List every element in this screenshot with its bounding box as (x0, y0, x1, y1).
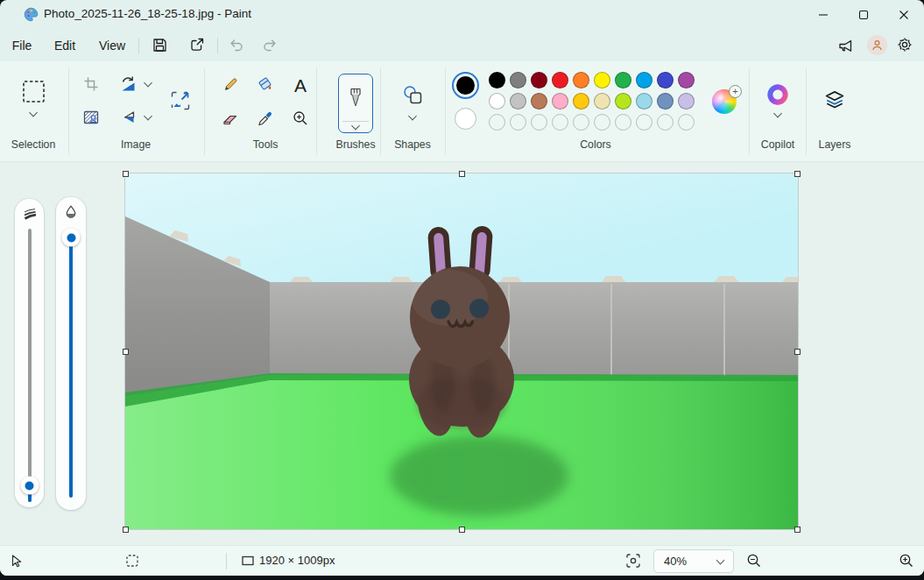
separator (217, 38, 218, 53)
color-swatch[interactable] (615, 72, 631, 88)
empty-color-slot[interactable] (615, 114, 631, 131)
save-button[interactable] (145, 32, 174, 58)
empty-color-slot[interactable] (678, 114, 695, 131)
empty-color-slot[interactable] (657, 114, 674, 131)
zoom-in-button[interactable] (899, 553, 915, 569)
close-icon (899, 10, 909, 20)
shapes-dropdown[interactable] (410, 116, 416, 119)
empty-color-slot[interactable] (489, 114, 505, 131)
selection-dropdown[interactable] (31, 112, 37, 116)
zoom-level-dropdown[interactable]: 40% (653, 549, 734, 573)
text-tool-button[interactable]: A (294, 76, 307, 95)
section-label-shapes: Shapes (394, 138, 431, 151)
rotate-button[interactable] (119, 75, 138, 94)
color-swatch[interactable] (510, 93, 526, 110)
selection-handle[interactable] (794, 171, 801, 177)
selection-handle[interactable] (123, 349, 129, 355)
copilot-dropdown[interactable] (775, 113, 781, 117)
shapes-button[interactable] (395, 77, 430, 112)
color-swatch[interactable] (510, 72, 526, 88)
maximize-button[interactable] (843, 0, 884, 29)
cursor-icon (9, 554, 24, 569)
chevron-down-icon (716, 555, 725, 564)
color-swatch[interactable] (594, 72, 610, 88)
selection-handle[interactable] (123, 171, 129, 177)
palette-row-3 (489, 114, 695, 131)
section-label-copilot: Copilot (761, 138, 794, 151)
empty-color-slot[interactable] (510, 114, 526, 131)
eraser-tool-button[interactable] (221, 109, 240, 128)
color-swatch[interactable] (657, 93, 674, 110)
selection-tool-button[interactable] (16, 74, 51, 109)
fill-tool-button[interactable] (256, 75, 276, 95)
color-swatch[interactable] (636, 93, 652, 110)
selection-handle[interactable] (459, 171, 465, 177)
resize-image-button[interactable] (170, 90, 192, 112)
drawing-canvas[interactable] (125, 173, 798, 529)
empty-color-slot[interactable] (636, 114, 652, 131)
close-button[interactable] (884, 0, 924, 29)
secondary-color-swatch[interactable] (455, 108, 476, 130)
brushes-dropdown[interactable] (353, 125, 359, 129)
menu-file[interactable]: File (4, 34, 41, 57)
selection-handle[interactable] (794, 527, 801, 533)
feedback-button[interactable] (830, 32, 860, 58)
empty-color-slot[interactable] (531, 114, 547, 131)
color-swatch[interactable] (573, 93, 589, 110)
menu-view[interactable]: View (90, 34, 134, 57)
opacity-track[interactable] (69, 229, 73, 498)
account-button[interactable] (862, 32, 892, 58)
share-button[interactable] (182, 32, 212, 58)
color-swatch[interactable] (615, 93, 631, 110)
color-swatch[interactable] (489, 72, 505, 88)
settings-button[interactable] (890, 32, 920, 58)
color-swatch[interactable] (489, 93, 505, 110)
color-swatch[interactable] (531, 72, 547, 88)
section-label-tools: Tools (253, 138, 279, 151)
color-picker-tool-button[interactable] (256, 109, 275, 128)
primary-color-swatch[interactable] (452, 72, 479, 99)
empty-color-slot[interactable] (552, 114, 568, 131)
chevron-down-icon (144, 112, 152, 121)
undo-button[interactable] (222, 32, 251, 58)
color-swatch[interactable] (594, 93, 610, 110)
brushes-button[interactable] (338, 74, 373, 133)
fit-to-screen-button[interactable] (625, 553, 642, 569)
minimize-button[interactable] (803, 0, 843, 29)
brush-size-slider[interactable] (15, 199, 44, 507)
menu-edit[interactable]: Edit (46, 34, 84, 57)
color-swatch[interactable] (573, 72, 589, 88)
pencil-tool-button[interactable] (221, 75, 240, 95)
redo-button[interactable] (255, 32, 285, 58)
crop-button[interactable] (82, 75, 100, 93)
empty-color-slot[interactable] (573, 114, 589, 131)
color-swatch[interactable] (678, 72, 695, 88)
selection-handle[interactable] (459, 527, 465, 533)
opacity-thumb[interactable] (62, 229, 81, 247)
empty-color-slot[interactable] (594, 114, 610, 131)
color-swatch[interactable] (552, 72, 568, 88)
copilot-button[interactable] (760, 77, 795, 112)
color-swatch[interactable] (657, 72, 674, 88)
zoom-out-button[interactable] (746, 553, 763, 569)
color-swatch[interactable] (531, 93, 547, 110)
flip-dropdown[interactable] (145, 116, 152, 119)
color-swatch[interactable] (678, 93, 695, 110)
opacity-slider[interactable] (56, 197, 86, 510)
color-swatch[interactable] (552, 93, 568, 110)
size-thumb[interactable] (20, 477, 39, 495)
size-track[interactable] (28, 229, 32, 502)
magnifier-plus-icon (292, 110, 310, 128)
selection-handle[interactable] (123, 527, 129, 533)
remove-background-button[interactable] (82, 109, 100, 126)
rotate-dropdown[interactable] (145, 82, 152, 86)
color-swatch[interactable] (636, 72, 652, 88)
selection-handle[interactable] (794, 349, 801, 355)
magnifier-tool-button[interactable] (292, 110, 310, 128)
canvas-size-text: 1920 × 1009px (259, 554, 335, 567)
layers-button[interactable] (816, 81, 853, 118)
remove-background-icon (82, 109, 100, 126)
flip-button[interactable] (119, 109, 138, 127)
section-label-layers: Layers (819, 138, 851, 151)
back-wall (260, 276, 798, 377)
